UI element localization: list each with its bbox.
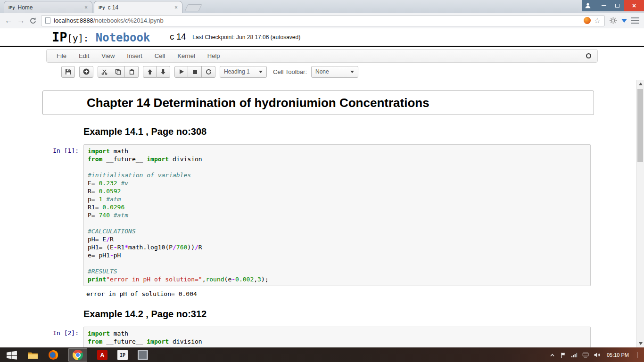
code-input-area[interactable]: import mathfrom __future__ import divisi…	[83, 327, 591, 347]
clock: 05:10 PM	[607, 352, 629, 358]
file-explorer-button[interactable]	[27, 351, 38, 360]
notebook-content: Chapter 14 Determination of hydroniumion…	[0, 80, 644, 347]
cell-toolbar-select[interactable]: None	[311, 66, 358, 78]
console-icon	[138, 350, 148, 360]
tab-strip: IPy Home × IPy c 14 ×	[4, 0, 200, 13]
scroll-down-button[interactable]	[636, 340, 644, 347]
code-cell-1[interactable]: In [1]: import mathfrom __future__ impor…	[42, 144, 594, 286]
browser-titlebar: IPy Home × IPy c 14 × ×	[0, 0, 644, 13]
cell-type-select[interactable]: Heading 1	[220, 66, 267, 78]
code-line: P= 740 #atm	[88, 211, 586, 219]
volume-icon[interactable]	[594, 352, 600, 358]
heading-cell[interactable]: Example 14.2 , Page no:312	[42, 309, 594, 319]
bookmark-star-icon[interactable]: ☆	[594, 17, 601, 25]
code-line: R1= 0.0296	[88, 203, 586, 211]
copy-icon	[115, 69, 121, 75]
signal-bars-icon[interactable]	[571, 352, 578, 358]
chrome-icon	[73, 350, 83, 360]
play-icon	[179, 69, 184, 74]
code-input-area[interactable]: import mathfrom __future__ import divisi…	[83, 144, 591, 286]
hidden-icons-chevron-icon[interactable]	[549, 353, 555, 358]
tab-close-icon[interactable]: ×	[174, 5, 178, 10]
code-cell-2[interactable]: In [2]: import mathfrom __future__ impor…	[42, 327, 594, 347]
extension-orange-icon[interactable]	[584, 17, 591, 24]
input-prompt: In [1]:	[42, 144, 83, 286]
code-line: p= 1 #atm	[88, 195, 586, 203]
code-line: R= 0.0592	[88, 187, 586, 195]
heading-cell-selected[interactable]: Chapter 14 Determination of hydroniumion…	[42, 90, 594, 115]
back-button[interactable]: ←	[5, 16, 13, 25]
move-cell-up-button[interactable]	[143, 66, 157, 78]
firefox-button[interactable]	[48, 350, 58, 360]
checkpoint-status: Last Checkpoint: Jun 28 17:06 (autosaved…	[192, 34, 300, 41]
plus-circle-icon	[83, 68, 90, 75]
menu-file[interactable]: File	[50, 52, 73, 59]
restart-kernel-button[interactable]	[202, 66, 215, 78]
menu-cell[interactable]: Cell	[149, 52, 171, 59]
triangle-up-icon	[639, 82, 643, 85]
network-icon[interactable]	[582, 352, 589, 358]
paste-cell-button[interactable]	[125, 66, 139, 78]
vertical-scrollbar[interactable]	[636, 80, 644, 347]
interrupt-kernel-button[interactable]	[188, 66, 202, 78]
tab-close-icon[interactable]: ×	[84, 5, 88, 10]
start-button[interactable]	[6, 350, 17, 360]
chrome-button[interactable]	[68, 348, 87, 362]
tab-title: c 14	[108, 4, 119, 11]
triangle-down-icon	[639, 342, 643, 345]
menu-insert[interactable]: Insert	[121, 52, 149, 59]
windows-taskbar: A IP	[0, 347, 644, 362]
ipython-button[interactable]: IP	[117, 350, 128, 360]
ipython-favicon: IPy	[99, 5, 105, 10]
url-host: localhost:8888	[54, 17, 93, 24]
code-line: import math	[88, 147, 586, 155]
tab-notebook[interactable]: IPy c 14 ×	[94, 1, 182, 13]
notebook-title[interactable]: c 14	[170, 32, 186, 42]
ipython-logo[interactable]: IP[y]: Notebook	[52, 30, 150, 44]
minimize-button[interactable]	[597, 0, 611, 11]
download-arrow-icon[interactable]	[621, 19, 627, 23]
browser-menu-icon[interactable]	[631, 17, 639, 24]
browser-navbar: ← → localhost:8888 /notebooks/c%2014.ipy…	[0, 13, 644, 28]
console-window-button[interactable]	[138, 350, 148, 360]
action-center-flag-icon[interactable]	[560, 352, 566, 358]
menu-edit[interactable]: Edit	[73, 52, 95, 59]
forward-button[interactable]: →	[17, 16, 25, 25]
cut-cell-button[interactable]	[98, 66, 111, 78]
scrollbar-thumb[interactable]	[637, 89, 643, 162]
tab-home[interactable]: IPy Home ×	[4, 1, 92, 13]
code-line: pH= E/R	[88, 235, 586, 243]
menu-view[interactable]: View	[95, 52, 121, 59]
input-prompt: In [2]:	[42, 327, 83, 347]
repeat-icon	[206, 69, 212, 75]
show-desktop-button[interactable]	[637, 352, 640, 358]
scroll-up-button[interactable]	[636, 80, 644, 88]
maximize-button[interactable]	[611, 0, 624, 11]
menu-help[interactable]: Help	[201, 52, 226, 59]
adobe-reader-button[interactable]: A	[97, 350, 107, 360]
menu-kernel[interactable]: Kernel	[171, 52, 201, 59]
move-cell-down-button[interactable]	[157, 66, 170, 78]
output-cell-1: error in pH of solution= 0.004	[42, 290, 594, 297]
url-path: /notebooks/c%2014.ipynb	[93, 17, 164, 24]
chevron-down-icon	[350, 71, 354, 73]
adobe-reader-icon: A	[97, 350, 107, 360]
menubar-wrap: File Edit View Insert Cell Kernel Help	[0, 47, 644, 63]
tab-title: Home	[18, 4, 33, 11]
run-cell-button[interactable]	[174, 66, 188, 78]
system-tray: 05:10 PM	[549, 352, 644, 358]
heading-cell[interactable]: Example 14.1 , Page no:308	[42, 126, 594, 137]
url-bar[interactable]: localhost:8888 /notebooks/c%2014.ipynb ☆	[41, 15, 605, 26]
extension-wheel-icon[interactable]	[609, 16, 617, 25]
profile-button[interactable]	[582, 0, 597, 11]
close-button[interactable]: ×	[624, 0, 644, 11]
screen: IPy Home × IPy c 14 × × ←	[0, 0, 644, 362]
new-tab-button[interactable]	[185, 4, 202, 11]
save-button[interactable]	[61, 66, 75, 78]
copy-cell-button[interactable]	[111, 66, 125, 78]
code-line: import math	[88, 329, 586, 337]
refresh-button[interactable]	[29, 17, 37, 25]
code-line: from __future__ import division	[88, 337, 586, 346]
window-controls: ×	[582, 0, 644, 11]
add-cell-button[interactable]	[79, 66, 93, 78]
